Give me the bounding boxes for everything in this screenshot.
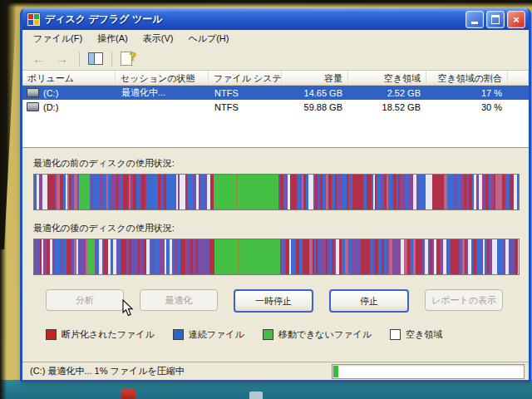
window-title: ディスク デフラグ ツール (45, 12, 463, 27)
toolbar-separator (79, 52, 80, 66)
column-header-volume[interactable]: ボリューム (22, 71, 116, 86)
disk-usage-map-before (33, 174, 520, 210)
close-icon: × (513, 14, 520, 25)
legend-label: 空き領域 (406, 328, 442, 341)
file-system: NTFS (209, 88, 282, 98)
monitor-bezel-top (0, 0, 532, 7)
capacity: 59.88 GB (282, 102, 348, 112)
file-system: NTFS (209, 102, 282, 112)
menu-action[interactable]: 操作(A) (90, 30, 135, 47)
legend-label: 断片化されたファイル (62, 328, 155, 341)
progress-fill (333, 366, 340, 377)
defrag-app-icon (27, 12, 41, 27)
free-space-swatch (390, 329, 401, 340)
back-icon[interactable]: ← (30, 52, 47, 65)
column-header-filler (508, 71, 529, 86)
free-pct: 17 % (426, 88, 508, 98)
fragmented-files-swatch (46, 329, 57, 340)
pause-button[interactable]: 一時停止 (234, 289, 313, 313)
free-pct: 30 % (426, 102, 508, 112)
menu-help[interactable]: ヘルプ(H) (180, 30, 236, 47)
desktop-background (0, 380, 532, 399)
column-header-session-status[interactable]: セッションの状態 (116, 71, 209, 86)
defragment-button[interactable]: 最適化 (140, 289, 218, 311)
view-report-button[interactable]: レポートの表示 (425, 289, 503, 311)
column-header-free-space[interactable]: 空き領域 (348, 71, 426, 86)
maximize-button[interactable] (486, 11, 505, 28)
free-space: 2.52 GB (348, 88, 426, 98)
unmovable-files-swatch (263, 329, 273, 340)
title-bar[interactable]: ディスク デフラグ ツール × (22, 8, 529, 30)
minimize-icon (471, 22, 478, 24)
toolbar: ← → ? (22, 47, 529, 71)
status-text: (C:) 最適化中... 1% ファイルを圧縮中 (30, 365, 332, 377)
before-map-label: 最適化の前のディスクの使用状況: (33, 157, 529, 170)
column-header-capacity[interactable]: 容量 (282, 71, 348, 86)
menu-file[interactable]: ファイル(F) (26, 30, 90, 47)
console-tree-icon[interactable] (88, 52, 103, 65)
column-header-file-system[interactable]: ファイル システム (209, 71, 282, 86)
legend-fragmented: 断片化されたファイル (46, 328, 155, 341)
help-icon[interactable]: ? (121, 52, 132, 66)
desktop-icon (249, 392, 263, 399)
toolbar-separator (111, 52, 112, 66)
analyze-button[interactable]: 分析 (46, 289, 124, 311)
stop-button[interactable]: 停止 (329, 289, 409, 313)
legend: 断片化されたファイル 連続ファイル 移動できないファイル 空き領域 (46, 328, 529, 341)
minimize-button[interactable] (466, 11, 484, 28)
volume-name: (C:) (43, 88, 58, 98)
forward-icon[interactable]: → (53, 52, 71, 65)
capacity: 14.65 GB (282, 88, 348, 98)
volume-list-empty-area (22, 114, 529, 147)
mouse-cursor (122, 299, 134, 317)
session-status: 最適化中... (116, 86, 209, 99)
desktop-icon (121, 389, 135, 399)
volume-list: ボリューム セッションの状態 ファイル システム 容量 空き領域 空き領域の割合… (22, 71, 529, 148)
defrag-panel: 最適化の前のディスクの使用状況: 最適化の後のディスクの使用状況: 分析 最適化… (22, 148, 529, 362)
after-map-label: 最適化の後のディスクの使用状況: (33, 222, 529, 234)
drive-icon (27, 102, 39, 111)
compaction-progress-bar (332, 364, 525, 379)
volume-row-c[interactable]: (C:) 最適化中... NTFS 14.65 GB 2.52 GB 17 % (22, 86, 529, 100)
column-header-free-pct[interactable]: 空き領域の割合 (426, 71, 508, 86)
volume-name: (D:) (43, 102, 58, 112)
legend-free-space: 空き領域 (390, 328, 442, 341)
volume-row-d[interactable]: (D:) NTFS 59.88 GB 18.52 GB 30 % (22, 100, 529, 114)
volume-list-header: ボリューム セッションの状態 ファイル システム 容量 空き領域 空き領域の割合 (22, 71, 529, 86)
legend-contiguous: 連続ファイル (173, 328, 244, 341)
disk-usage-map-after (33, 239, 520, 275)
action-button-row: 分析 最適化 一時停止 停止 レポートの表示 (46, 289, 529, 313)
legend-unmovable: 移動できないファイル (263, 328, 372, 341)
menu-bar: ファイル(F) 操作(A) 表示(V) ヘルプ(H) (22, 30, 529, 47)
disk-defragmenter-window: ディスク デフラグ ツール × ファイル(F) 操作(A) 表示(V) ヘルプ(… (20, 8, 531, 382)
close-button[interactable]: × (507, 11, 525, 28)
drive-icon (27, 88, 39, 97)
free-space: 18.52 GB (348, 102, 426, 112)
status-bar: (C:) 最適化中... 1% ファイルを圧縮中 (22, 362, 529, 380)
maximize-icon (491, 15, 500, 24)
monitor-bezel-edge (0, 0, 7, 399)
legend-label: 連続ファイル (189, 328, 244, 341)
legend-label: 移動できないファイル (278, 328, 372, 341)
contiguous-files-swatch (173, 329, 184, 340)
menu-view[interactable]: 表示(V) (135, 30, 181, 47)
